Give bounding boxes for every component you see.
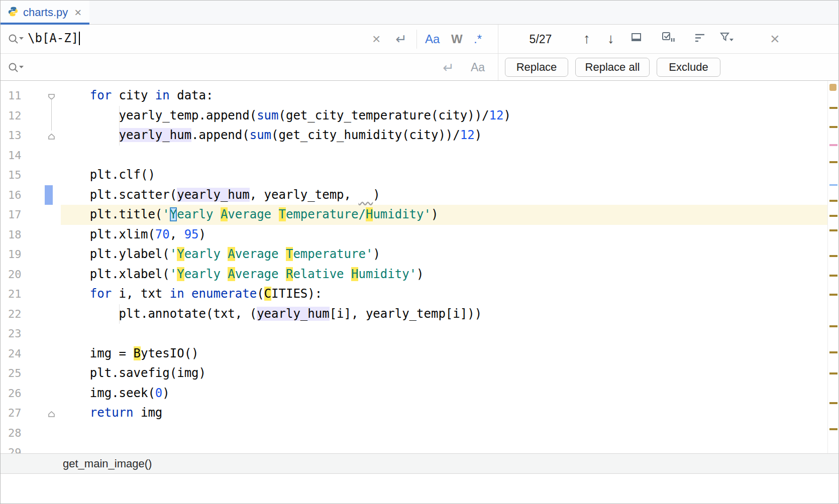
code-line[interactable]: img = BytesIO() [61, 344, 827, 364]
stripe-match-mark[interactable] [829, 351, 837, 353]
code-line[interactable] [61, 423, 827, 443]
close-find-bar-icon[interactable]: × [770, 30, 780, 48]
code-line[interactable]: yearly_temp.append(sum(get_city_temperat… [61, 106, 827, 126]
code-line[interactable] [61, 146, 827, 166]
filter-icon[interactable] [719, 32, 734, 43]
open-in-find-window-icon[interactable] [631, 32, 643, 43]
code-line[interactable]: plt.xlim(70, 95) [61, 225, 827, 245]
line-number[interactable]: 22 [1, 304, 58, 324]
match-case-toggle[interactable]: Aa [425, 32, 440, 46]
stripe-match-mark[interactable] [829, 325, 837, 327]
text-caret [79, 32, 80, 45]
code-line[interactable]: plt.scatter(yearly_hum, yearly_temp, ) [61, 185, 827, 205]
replace-history-icon[interactable] [8, 62, 24, 74]
gutter-change-marker[interactable] [45, 185, 53, 205]
code-line[interactable]: plt.xlabel('Yearly Average Relative Humi… [61, 265, 827, 285]
editor-pane: 11121314151617181920212223242526272829 f… [1, 81, 838, 453]
find-input[interactable]: \b[A-Z] [28, 31, 80, 45]
line-number[interactable]: 17 [1, 205, 58, 225]
sort-lines-icon[interactable] [694, 33, 706, 43]
line-number[interactable]: 15 [1, 165, 58, 185]
stripe-match-mark[interactable] [829, 275, 837, 277]
next-match-icon[interactable]: ↓ [607, 31, 614, 47]
code-line[interactable]: for city in data: [61, 86, 827, 106]
code-line[interactable]: for i, txt in enumerate(CITIES): [61, 284, 827, 304]
findbar-toggle-divider [416, 30, 417, 49]
line-number[interactable]: 24 [1, 344, 58, 364]
find-replace-bar: \b[A-Z] × ↵ Aa W .* 5/27 ↑ ↓ × ↵ Aa Repl… [1, 25, 838, 81]
fold-start-icon[interactable] [48, 90, 55, 97]
replace-all-button[interactable]: Replace all [575, 58, 650, 77]
words-toggle[interactable]: W [451, 32, 463, 46]
scroll-stripe[interactable] [827, 81, 838, 453]
stripe-match-mark[interactable] [829, 144, 837, 146]
stripe-match-mark[interactable] [829, 294, 837, 296]
exclude-button[interactable]: Exclude [657, 58, 720, 77]
line-number[interactable]: 23 [1, 324, 58, 344]
indent-guide [119, 304, 120, 324]
findbar-row-divider [1, 53, 838, 54]
newline-icon[interactable]: ↵ [395, 31, 407, 47]
fold-end-icon[interactable] [48, 408, 55, 415]
tab-close-icon[interactable]: × [74, 7, 81, 19]
code-line[interactable]: plt.ylabel('Yearly Average Temperature') [61, 244, 827, 265]
search-icon[interactable] [8, 33, 24, 45]
code-line[interactable]: plt.title('Yearly Average Temperature/Hu… [61, 205, 827, 225]
gutter[interactable]: 11121314151617181920212223242526272829 [1, 81, 58, 453]
breadcrumbs-bar: get_main_image() [1, 453, 838, 474]
replace-button[interactable]: Replace [505, 58, 568, 77]
replace-input[interactable] [27, 58, 368, 77]
code-line[interactable]: img.seek(0) [61, 384, 827, 404]
select-all-occurrences-icon[interactable] [662, 32, 675, 43]
line-number[interactable]: 21 [1, 284, 58, 304]
caret-position-mark[interactable] [829, 184, 837, 186]
tab-charts-py[interactable]: charts.py × [1, 1, 89, 24]
fold-end-icon[interactable] [48, 130, 55, 137]
fold-region-line [51, 98, 52, 131]
analysis-indicator[interactable] [829, 84, 836, 91]
code-line[interactable] [61, 443, 827, 453]
code-line[interactable]: plt.clf() [61, 165, 827, 185]
stripe-match-mark[interactable] [829, 107, 837, 109]
previous-match-icon[interactable]: ↑ [583, 31, 590, 47]
breadcrumb[interactable]: get_main_image() [63, 457, 152, 470]
stripe-match-mark[interactable] [829, 200, 837, 202]
code-area[interactable]: for city in data: yearly_temp.append(sum… [58, 81, 827, 453]
replace-newline-icon[interactable]: ↵ [443, 60, 454, 76]
line-number[interactable]: 29 [1, 443, 58, 453]
findbar-vertical-divider [498, 25, 498, 80]
find-query-text: \b[A-Z] [28, 31, 78, 45]
stripe-match-mark[interactable] [829, 402, 837, 404]
line-number[interactable]: 28 [1, 423, 58, 443]
stripe-match-mark[interactable] [829, 229, 837, 231]
line-number[interactable]: 19 [1, 244, 58, 265]
stripe-match-mark[interactable] [829, 372, 837, 374]
code-line[interactable]: plt.savefig(img) [61, 363, 827, 384]
match-counter: 5/27 [513, 33, 568, 46]
preserve-case-icon[interactable]: Aa [471, 61, 485, 74]
editor-tab-bar: charts.py × [1, 1, 838, 25]
clear-search-icon[interactable]: × [372, 31, 380, 47]
tab-label: charts.py [23, 6, 68, 19]
indent-guide [119, 106, 120, 146]
code-line[interactable] [61, 324, 827, 344]
regex-toggle[interactable]: .* [474, 32, 482, 46]
ide-window: charts.py × \b[A-Z] × ↵ Aa W .* 5/27 ↑ ↓ [0, 0, 839, 504]
stripe-match-mark[interactable] [829, 255, 837, 257]
line-number[interactable]: 25 [1, 363, 58, 384]
stripe-match-mark[interactable] [829, 126, 837, 128]
line-number[interactable]: 20 [1, 265, 58, 285]
line-number[interactable]: 26 [1, 384, 58, 404]
line-number[interactable]: 12 [1, 106, 58, 126]
stripe-match-mark[interactable] [829, 428, 837, 430]
stripe-match-mark[interactable] [829, 161, 837, 163]
stripe-match-mark[interactable] [829, 215, 837, 217]
line-number[interactable]: 18 [1, 225, 58, 245]
python-icon [8, 6, 19, 19]
line-number[interactable]: 14 [1, 146, 58, 166]
code-line[interactable]: yearly_hum.append(sum(get_city_humidity(… [61, 125, 827, 146]
code-line[interactable]: plt.annotate(txt, (yearly_hum[i], yearly… [61, 304, 827, 324]
code-line[interactable]: return img [61, 403, 827, 423]
